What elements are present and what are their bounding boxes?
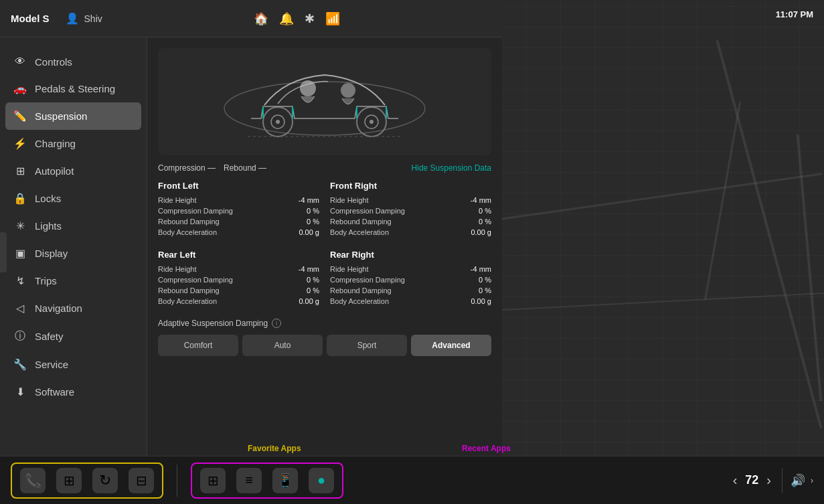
rl-rebound-row: Rebound Damping 0 % [158, 286, 319, 295]
fr-rebound-label: Rebound Damping [330, 218, 392, 226]
fr-compression-value: 0 % [465, 207, 491, 215]
sidebar-label-navigation: Navigation [35, 303, 82, 314]
rear-left-title: Rear Left [158, 250, 319, 260]
sidebar-item-software[interactable]: ⬇ Software [0, 378, 147, 406]
fav-app-menu[interactable]: ⊟ [129, 468, 154, 493]
fl-rebound-row: Rebound Damping 0 % [158, 218, 319, 226]
sidebar-item-suspension[interactable]: ✏️ Suspension [5, 102, 141, 130]
navigation-icon: ◁ [13, 302, 27, 315]
sidebar-item-trips[interactable]: ↯ Trips [0, 267, 147, 295]
fl-rebound-label: Rebound Damping [158, 218, 220, 226]
prev-page-button[interactable]: ‹ [730, 473, 740, 488]
sidebar: 👁 Controls 🚗 Pedals & Steering ✏️ Suspen… [0, 37, 147, 504]
recent-apps-label: Recent Apps [462, 444, 511, 453]
compression-control[interactable]: Compression — [158, 163, 216, 173]
info-icon[interactable]: i [272, 319, 281, 328]
suspension-controls-row: Compression — Rebound — Hide Suspension … [158, 163, 491, 173]
volume-icon[interactable]: 🔊 [791, 473, 805, 488]
display-icon: ▣ [13, 247, 27, 260]
user-icon: 👤 [66, 12, 79, 25]
fr-rebound-value: 0 % [465, 218, 491, 226]
safety-icon: ⓘ [13, 329, 27, 343]
home-icon[interactable]: 🏠 [254, 11, 268, 26]
mode-auto-button[interactable]: Auto [242, 335, 323, 356]
recent-app-3[interactable]: 📱 [272, 468, 298, 493]
sidebar-item-pedals[interactable]: 🚗 Pedals & Steering [0, 75, 147, 102]
car-svg [211, 58, 438, 145]
header: Model S 👤 Shiv 🏠 🔔 ✱ 📶 [0, 0, 502, 37]
sidebar-label-locks: Locks [35, 193, 61, 204]
sidebar-label-autopilot: Autopilot [35, 165, 74, 177]
fr-body-value: 0.00 g [465, 228, 491, 236]
software-icon: ⬇ [13, 386, 27, 398]
recent-app-4[interactable]: ● [309, 468, 334, 493]
fav-app-refresh[interactable]: ↻ [92, 468, 118, 493]
rr-rebound-label: Rebound Damping [330, 286, 392, 295]
signal-icon[interactable]: 📶 [325, 11, 340, 26]
fr-ride-height-row: Ride Height -4 mm [330, 196, 491, 204]
next-page-button[interactable]: › [764, 473, 774, 488]
mode-advanced-button[interactable]: Advanced [411, 335, 491, 356]
rl-compression-row: Compression Damping 0 % [158, 276, 319, 284]
sidebar-label-controls: Controls [35, 56, 72, 68]
fav-app-grid[interactable]: ⊞ [56, 468, 82, 493]
sidebar-label-pedals: Pedals & Steering [35, 83, 115, 94]
sidebar-item-locks[interactable]: 🔒 Locks [0, 185, 147, 212]
header-user: 👤 Shiv [66, 12, 102, 25]
hide-suspension-link[interactable]: Hide Suspension Data [412, 163, 491, 173]
rl-ride-height-row: Ride Height -4 mm [158, 265, 319, 273]
service-icon: 🔧 [13, 358, 27, 371]
mode-sport-button[interactable]: Sport [327, 335, 407, 356]
rr-compression-label: Compression Damping [330, 276, 405, 284]
bottom-right-controls: ‹ 72 › 🔊 › [730, 469, 813, 493]
page-vol-divider [782, 469, 782, 493]
rear-left-section: Rear Left Ride Height -4 mm Compression … [158, 250, 319, 308]
fr-ride-height-value: -4 mm [465, 196, 491, 204]
content-area: 👁 Controls 🚗 Pedals & Steering ✏️ Suspen… [0, 37, 502, 504]
sidebar-label-safety: Safety [35, 331, 64, 342]
sidebar-label-suspension: Suspension [35, 110, 87, 122]
lights-icon: ✳ [13, 220, 27, 232]
sidebar-item-lights[interactable]: ✳ Lights [0, 212, 147, 240]
fl-body-value: 0.00 g [293, 228, 319, 236]
rr-body-label: Body Acceleration [330, 297, 389, 305]
sidebar-edge-handle[interactable] [0, 232, 7, 272]
volume-expand-icon[interactable]: › [811, 476, 813, 485]
fr-rebound-row: Rebound Damping 0 % [330, 218, 491, 226]
mode-comfort-button[interactable]: Comfort [158, 335, 238, 356]
sidebar-item-navigation[interactable]: ◁ Navigation [0, 295, 147, 322]
compression-label: Compression — [158, 163, 216, 173]
username: Shiv [84, 13, 102, 24]
main-panel: Model S 👤 Shiv 🏠 🔔 ✱ 📶 👁 Controls 🚗 Peda… [0, 0, 502, 504]
recent-app-2[interactable]: ≡ [236, 468, 262, 493]
sidebar-item-controls[interactable]: 👁 Controls [0, 48, 147, 75]
car-diagram [158, 48, 491, 155]
sidebar-label-trips: Trips [35, 275, 57, 286]
sidebar-item-safety[interactable]: ⓘ Safety [0, 322, 147, 351]
favorite-apps-box: 📞 ⊞ ↻ ⊟ [11, 463, 163, 499]
page-number: 72 [745, 473, 758, 487]
fav-app-phone[interactable]: 📞 [20, 468, 46, 493]
autopilot-icon: ⊞ [13, 165, 27, 177]
fr-compression-label: Compression Damping [330, 207, 405, 215]
fr-ride-height-label: Ride Height [330, 196, 368, 204]
sidebar-item-display[interactable]: ▣ Display [0, 240, 147, 267]
sidebar-item-charging[interactable]: ⚡ Charging [0, 130, 147, 157]
rr-body-row: Body Acceleration 0.00 g [330, 297, 491, 305]
map-road [704, 102, 741, 300]
fl-ride-height-label: Ride Height [158, 196, 196, 204]
pedals-icon: 🚗 [13, 82, 27, 95]
bell-icon[interactable]: 🔔 [279, 11, 294, 26]
lock-icon: 🔒 [13, 192, 27, 205]
rr-rebound-value: 0 % [465, 286, 491, 295]
bluetooth-icon[interactable]: ✱ [305, 11, 315, 26]
front-left-section: Front Left Ride Height -4 mm Compression… [158, 181, 319, 239]
recent-app-1[interactable]: ⊞ [200, 468, 226, 493]
fl-body-row: Body Acceleration 0.00 g [158, 228, 319, 236]
sidebar-item-autopilot[interactable]: ⊞ Autopilot [0, 157, 147, 185]
rl-rebound-label: Rebound Damping [158, 286, 220, 295]
sidebar-item-service[interactable]: 🔧 Service [0, 351, 147, 378]
rebound-control[interactable]: Rebound — [224, 163, 266, 173]
front-right-title: Front Right [330, 181, 491, 191]
adaptive-title: Adaptive Suspension Damping i [158, 319, 491, 328]
